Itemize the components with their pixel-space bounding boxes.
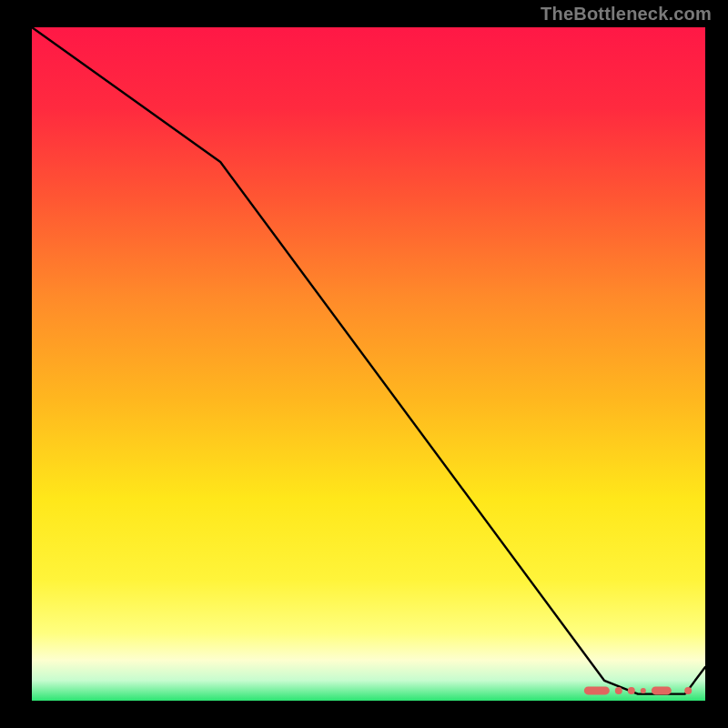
watermark-text: TheBottleneck.com [541, 4, 712, 25]
chart-svg [32, 27, 705, 701]
marker-segment [684, 687, 692, 694]
marker-segment [641, 688, 646, 693]
plot-area [32, 27, 705, 701]
marker-segment [584, 686, 610, 694]
marker-segment [652, 686, 672, 694]
chart-stage: TheBottleneck.com [0, 0, 728, 728]
gradient-backdrop [32, 27, 705, 701]
marker-segment [628, 687, 635, 694]
marker-segment [615, 687, 622, 694]
